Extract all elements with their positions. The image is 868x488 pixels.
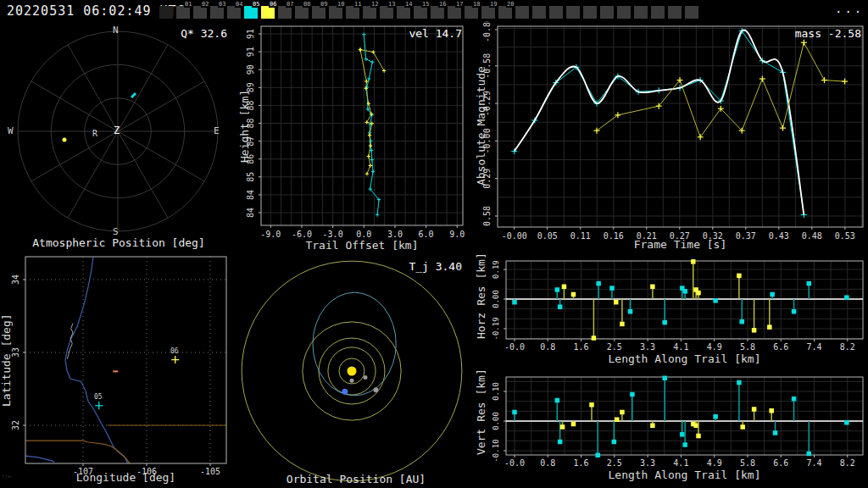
- camera-chip-label-14: 14: [404, 1, 413, 8]
- camera-chip-01[interactable]: [176, 6, 190, 19]
- camera-chip-label-08: 08: [303, 1, 311, 8]
- camera-chip-19[interactable]: [481, 6, 495, 19]
- camera-chip-09[interactable]: [312, 6, 326, 19]
- compass-west-label: W: [8, 125, 14, 136]
- svg-text:84: 84: [246, 208, 255, 218]
- atmospheric-caption: Atmospheric Position [deg]: [0, 236, 237, 249]
- camera-chip-10[interactable]: [329, 6, 342, 19]
- tisserand-badge: T_j 3.40: [409, 260, 462, 273]
- camera-chip-label-20: 20: [506, 1, 515, 8]
- camera-chip-label-19: 19: [489, 1, 498, 8]
- camera-chip-blank[interactable]: [617, 6, 631, 19]
- svg-text:5.8: 5.8: [740, 458, 755, 468]
- panel-residuals: -0.00.81.62.53.34.14.95.86.67.48.20.190.…: [475, 254, 868, 488]
- camera-chip-blank[interactable]: [532, 6, 546, 19]
- camera-chip-label-17: 17: [455, 1, 464, 8]
- camera-chip-blank[interactable]: [159, 6, 173, 19]
- panel-lightcurve: -0.000.050.110.160.210.270.320.370.430.4…: [475, 21, 868, 254]
- svg-text:05: 05: [94, 393, 103, 401]
- camera-chip-label-05: 05: [252, 1, 260, 8]
- app-root: 20220531 06:02:49 UTC 010203040506070809…: [0, 0, 868, 488]
- trail-plot: -9.0-6.0-3.00.03.06.09.09191908988888786…: [237, 21, 475, 254]
- svg-text:34: 34: [11, 274, 20, 285]
- compass-east-label: E: [214, 125, 220, 136]
- camera-chip-blank[interactable]: [515, 6, 529, 19]
- camera-chip-blank[interactable]: [685, 6, 698, 19]
- svg-text:-6.0: -6.0: [292, 230, 312, 239]
- camera-chip-blank[interactable]: [634, 6, 648, 19]
- camera-chip-label-02: 02: [201, 1, 209, 8]
- svg-text:4.1: 4.1: [673, 458, 688, 468]
- camera-chip-label-18: 18: [472, 1, 481, 8]
- panel-atmospheric-position: Q* 32.6 N S W E Z R Atmospheric Position…: [0, 21, 237, 254]
- svg-text:4.1: 4.1: [673, 342, 688, 352]
- overflow-menu[interactable]: ...: [835, 2, 864, 15]
- orbit-plot: [237, 254, 475, 488]
- mass-badge: mass -2.58: [795, 27, 861, 40]
- camera-chip-label-09: 09: [320, 1, 328, 8]
- camera-chip-06[interactable]: [261, 6, 275, 19]
- zenith-label: Z: [114, 125, 120, 136]
- svg-text:-9.0: -9.0: [260, 230, 281, 239]
- horz-res-ylabel: Horz Res [km]: [475, 261, 487, 339]
- station-marker-06: 06: [170, 347, 179, 364]
- camera-chip-04[interactable]: [227, 6, 241, 19]
- svg-text:8.2: 8.2: [840, 458, 855, 468]
- camera-chip-05[interactable]: [244, 6, 258, 19]
- camera-chip-blank[interactable]: [549, 6, 563, 19]
- lightcurve-xlabel: Frame Time [s]: [498, 238, 863, 251]
- svg-text:0.00: 0.00: [492, 412, 500, 430]
- camera-chip-13[interactable]: [380, 6, 393, 19]
- svg-text:-3.0: -3.0: [323, 230, 343, 239]
- camera-chip-08[interactable]: [295, 6, 309, 19]
- svg-text:0.8: 0.8: [540, 342, 555, 352]
- camera-chip-11[interactable]: [346, 6, 359, 19]
- q-value-badge: Q* 32.6: [181, 27, 227, 40]
- camera-chip-14[interactable]: [397, 6, 410, 19]
- trail-ylabel: Height [km]: [238, 75, 251, 177]
- camera-chip-blank[interactable]: [651, 6, 665, 19]
- camera-chip-02[interactable]: [193, 6, 207, 19]
- camera-chip-blank[interactable]: [600, 6, 614, 19]
- map-plot: 0506-107-106-105323334: [0, 254, 237, 488]
- svg-text:-0.10: -0.10: [492, 439, 500, 462]
- camera-chip-16[interactable]: [431, 6, 444, 19]
- meteor-streak: [131, 93, 136, 97]
- panel-orbital-position: T_j 3.40 Orbital Position [AU]: [237, 254, 475, 488]
- svg-text:7.4: 7.4: [806, 458, 821, 468]
- camera-chip-20[interactable]: [498, 6, 512, 19]
- map-grid: [25, 257, 226, 463]
- svg-text:-0.0: -0.0: [504, 342, 525, 352]
- camera-chip-blank[interactable]: [583, 6, 597, 19]
- map-axis: -107-106-105323334: [11, 274, 220, 476]
- atmospheric-plot: [0, 21, 237, 254]
- lightcurve-grid: [498, 26, 863, 227]
- map-xlabel: Longitude [deg]: [25, 471, 226, 484]
- svg-text:84: 84: [246, 190, 255, 200]
- velocity-badge: vel 14.7: [409, 27, 462, 40]
- camera-chip-blank[interactable]: [668, 6, 682, 19]
- panel-trail-offset: -9.0-6.0-3.00.03.06.09.09191908988888786…: [237, 21, 475, 254]
- svg-text:1.6: 1.6: [574, 342, 589, 352]
- camera-chip-03[interactable]: [210, 6, 224, 19]
- svg-text:6.0: 6.0: [419, 230, 434, 239]
- svg-text:06: 06: [170, 347, 179, 355]
- camera-chip-12[interactable]: [363, 6, 376, 19]
- camera-chip-label-03: 03: [218, 1, 226, 8]
- southwest-river: [25, 456, 55, 463]
- horz-res-xlabel: Length Along Trail [km]: [506, 352, 863, 365]
- camera-chip-18[interactable]: [465, 6, 478, 19]
- svg-text:6.6: 6.6: [773, 342, 788, 352]
- svg-text:-0.0: -0.0: [504, 458, 525, 468]
- svg-text:6.6: 6.6: [773, 458, 788, 468]
- svg-text:2.5: 2.5: [607, 458, 622, 468]
- camera-chip-07[interactable]: [278, 6, 292, 19]
- camera-chip-17[interactable]: [448, 6, 461, 19]
- camera-chip-15[interactable]: [414, 6, 427, 19]
- svg-text:0.0: 0.0: [356, 230, 371, 239]
- camera-chip-blank[interactable]: [566, 6, 580, 19]
- svg-text:0.10: 0.10: [492, 382, 500, 401]
- svg-text:-0.19: -0.19: [492, 317, 500, 340]
- map-ylabel: Latitude [deg]: [0, 309, 13, 411]
- trail-axis: -9.0-6.0-3.00.03.06.09.09191908988888786…: [246, 29, 465, 239]
